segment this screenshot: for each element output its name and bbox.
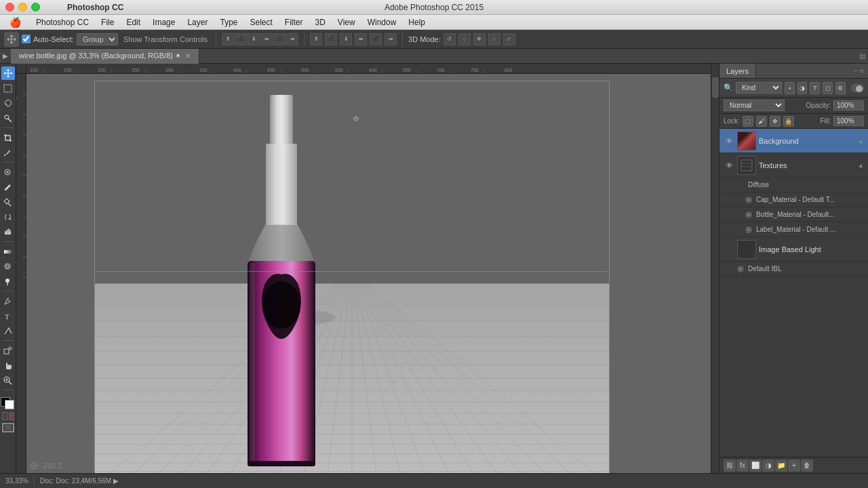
distribute-btn-4[interactable]: ⬅ <box>355 33 367 45</box>
menu-3d[interactable]: 3D <box>310 16 331 28</box>
filter-toggle[interactable] <box>851 84 864 92</box>
menu-photoshop[interactable]: Photoshop CC <box>31 16 94 28</box>
document-tab[interactable]: wine bottle.jpg @ 33,3% (Background, RGB… <box>11 49 199 64</box>
distribute-btn-1[interactable]: ⬆ <box>310 33 322 45</box>
align-vert-center-btn[interactable]: ⬛ <box>235 33 247 45</box>
rect-select-tool[interactable] <box>1 81 15 95</box>
add-mask-btn[interactable]: ⬜ <box>749 460 762 472</box>
gradient-tool[interactable] <box>1 245 15 258</box>
3d-roll-btn[interactable]: ○ <box>458 33 471 45</box>
align-top-btn[interactable]: ⬆ <box>222 33 234 45</box>
doc-tab-close-btn[interactable]: ✕ <box>185 52 191 60</box>
add-adjustment-btn[interactable]: ◑ <box>762 460 774 472</box>
align-right-btn[interactable]: ➡ <box>286 33 298 45</box>
color-swatches[interactable] <box>1 394 16 409</box>
layer-expand-background[interactable]: ▲ <box>858 138 864 144</box>
filter-shape-btn[interactable]: ◻ <box>823 82 833 94</box>
layer-item-ibl[interactable]: Image Based Light <box>719 237 868 262</box>
layer-expand-textures[interactable]: ▲ <box>858 162 864 169</box>
sub-layer-diffuse[interactable]: Diffuse <box>719 178 868 192</box>
lock-position-btn[interactable]: ✥ <box>770 116 781 127</box>
tool-options-icon[interactable] <box>4 32 19 47</box>
healing-tool[interactable] <box>1 165 15 179</box>
canvas-main[interactable]: -210 2 <box>26 74 711 473</box>
eraser-tool[interactable] <box>1 225 15 239</box>
standard-mode-btn[interactable] <box>2 412 7 420</box>
layer-fx-btn[interactable]: fx <box>736 460 749 472</box>
menu-window[interactable]: Window <box>362 16 402 28</box>
filter-text-btn[interactable]: T <box>810 82 820 94</box>
layer-item-background[interactable]: 👁 Background ▲ <box>719 129 868 153</box>
dodge-tool[interactable] <box>1 274 15 288</box>
auto-select-checkbox[interactable] <box>22 35 31 43</box>
layer-eye-ibl[interactable] <box>724 244 734 255</box>
menu-layer[interactable]: Layer <box>182 16 213 28</box>
sub-layer-eye-bottle[interactable] <box>744 210 753 220</box>
lock-all-btn[interactable]: 🔒 <box>783 116 794 127</box>
align-bottom-btn[interactable]: ⬇ <box>248 33 260 45</box>
minimize-button[interactable] <box>18 3 27 12</box>
panel-collapse-btn[interactable]: − <box>854 67 858 75</box>
show-transform-label[interactable]: Show Transform Controls <box>121 34 210 45</box>
align-left-btn[interactable]: ⬅ <box>260 33 273 45</box>
panel-menu-btn[interactable]: ≡ <box>860 67 864 75</box>
sub-layer-label-material[interactable]: Label_Material - Default ... <box>719 222 868 237</box>
history-brush-tool[interactable] <box>1 210 15 224</box>
distribute-btn-5[interactable]: ⬛ <box>370 33 382 45</box>
3d-pan-btn[interactable]: ✥ <box>473 33 486 45</box>
maximize-button[interactable] <box>31 3 40 12</box>
menu-image[interactable]: Image <box>147 16 180 28</box>
filter-adjust-btn[interactable]: ◑ <box>797 82 808 94</box>
path-select-tool[interactable] <box>1 324 15 338</box>
3d-scale-btn[interactable]: ⤢ <box>503 33 515 45</box>
menu-filter[interactable]: Filter <box>279 16 309 28</box>
brush-tool[interactable] <box>1 180 15 194</box>
layer-eye-textures[interactable]: 👁 <box>724 160 734 171</box>
lock-image-btn[interactable]: 🖌 <box>756 116 767 127</box>
blur-tool[interactable] <box>1 260 15 273</box>
sub-layer-default-ibl[interactable]: Default IBL <box>719 262 868 277</box>
delete-layer-btn[interactable]: 🗑 <box>801 460 813 472</box>
hand-tool[interactable] <box>1 359 15 372</box>
sub-layer-eye-diffuse[interactable] <box>736 180 745 190</box>
document-canvas[interactable] <box>94 81 610 473</box>
sub-layer-bottle-material[interactable]: Bottle_Material - Default... <box>719 207 868 222</box>
opacity-input[interactable] <box>833 100 864 110</box>
clone-tool[interactable] <box>1 195 15 209</box>
filter-type-dropdown[interactable]: Kind Name Effect Mode Attribute Color <box>736 82 782 94</box>
lock-transparent-btn[interactable]: ⬚ <box>743 116 753 127</box>
menu-select[interactable]: Select <box>244 16 277 28</box>
zoom-tool[interactable] <box>1 373 15 387</box>
quick-mask-btn[interactable] <box>9 412 14 420</box>
menu-type[interactable]: Type <box>214 16 243 28</box>
menu-file[interactable]: File <box>96 16 119 28</box>
sub-layer-eye-cap[interactable] <box>744 195 753 205</box>
distribute-btn-6[interactable]: ➡ <box>384 33 397 45</box>
shape-tool[interactable] <box>1 344 15 357</box>
lasso-tool[interactable] <box>1 96 15 110</box>
screen-mode-btn[interactable] <box>2 423 14 432</box>
align-horiz-center-btn[interactable]: ⬛ <box>273 33 285 45</box>
layer-eye-background[interactable]: 👁 <box>724 136 734 146</box>
eyedropper-tool[interactable] <box>1 146 15 159</box>
filter-smart-btn[interactable]: ⚙ <box>835 82 846 94</box>
menu-view[interactable]: View <box>332 16 361 28</box>
sub-layer-cap-material[interactable]: Cap_Material - Default T... <box>719 192 868 207</box>
distribute-btn-2[interactable]: ⬛ <box>325 33 337 45</box>
panel-arrange-btn[interactable]: ▤ <box>859 52 865 60</box>
layer-item-textures[interactable]: 👁 Textures ▲ <box>719 153 868 178</box>
layers-tab[interactable]: Layers <box>719 64 756 78</box>
fill-input[interactable] <box>833 116 864 126</box>
distribute-btn-3[interactable]: ⬇ <box>340 33 352 45</box>
auto-select-dropdown[interactable]: Group Layer <box>77 33 118 45</box>
link-layers-btn[interactable]: ⛓ <box>724 460 736 472</box>
sub-layer-eye-label[interactable] <box>744 225 753 235</box>
apple-menu[interactable]: 🍎 <box>4 16 26 29</box>
text-tool[interactable]: T <box>1 309 15 323</box>
add-group-btn[interactable]: 📁 <box>775 460 787 472</box>
close-button[interactable] <box>5 3 14 12</box>
new-layer-btn[interactable]: + <box>788 460 800 472</box>
blend-mode-dropdown[interactable]: Normal Dissolve Multiply Screen Overlay <box>724 100 785 111</box>
background-color[interactable] <box>5 400 14 409</box>
move-tool[interactable] <box>1 66 15 80</box>
